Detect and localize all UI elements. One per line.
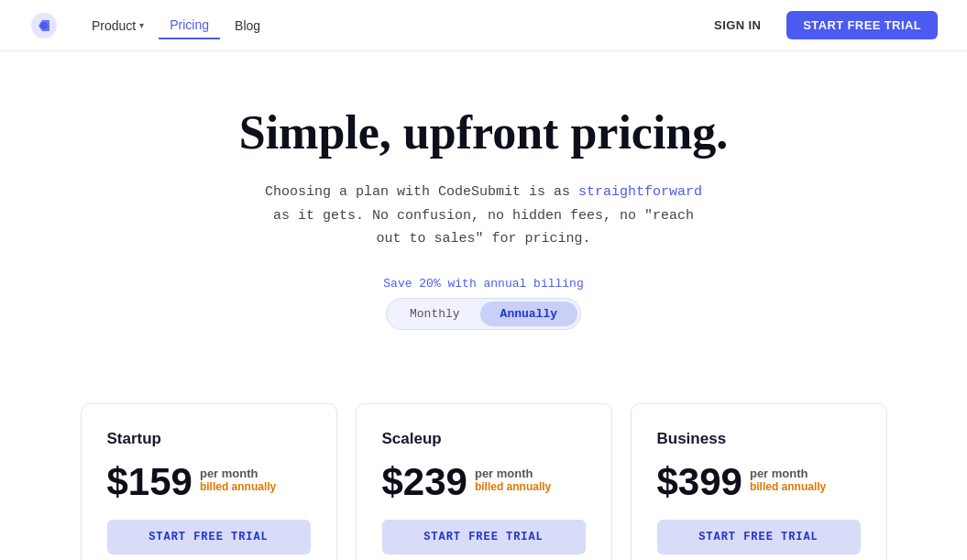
startup-plan-name: Startup xyxy=(107,430,311,448)
pricing-cards: Startup $159 per month billed annually S… xyxy=(0,403,967,560)
nav-product[interactable]: Product ▾ xyxy=(81,13,155,38)
scaleup-price: $239 xyxy=(382,463,467,501)
scaleup-plan-name: Scaleup xyxy=(382,430,586,448)
nav-blog[interactable]: Blog xyxy=(224,13,271,38)
startup-billed: billed annually xyxy=(200,480,276,493)
chevron-down-icon: ▾ xyxy=(139,20,144,30)
nav-pricing[interactable]: Pricing xyxy=(159,12,220,39)
page-title: Simple, upfront pricing. xyxy=(29,106,938,159)
startup-card: Startup $159 per month billed annually S… xyxy=(81,403,337,560)
nav-right: SIGN IN START FREE TRIAL xyxy=(699,11,938,39)
billing-toggle: Monthly Annually xyxy=(386,298,581,330)
startup-cta-button[interactable]: START FREE TRIAL xyxy=(107,520,311,555)
business-cta-button[interactable]: START FREE TRIAL xyxy=(657,520,861,555)
scaleup-per-month: per month xyxy=(475,467,551,480)
annually-toggle[interactable]: Annually xyxy=(480,302,577,326)
startup-price: $159 xyxy=(107,463,192,501)
hero-section: Simple, upfront pricing. Choosing a plan… xyxy=(0,51,967,403)
save-badge: Save 20% with annual billing xyxy=(383,277,583,291)
business-billed: billed annually xyxy=(750,480,826,493)
scaleup-price-row: $239 per month billed annually xyxy=(382,463,586,501)
sign-in-button[interactable]: SIGN IN xyxy=(699,11,775,39)
nav-links: Product ▾ Pricing Blog xyxy=(81,12,699,39)
startup-price-row: $159 per month billed annually xyxy=(107,463,311,501)
logo[interactable] xyxy=(29,11,59,40)
scaleup-card: Scaleup $239 per month billed annually S… xyxy=(356,403,612,560)
nav-start-trial-button[interactable]: START FREE TRIAL xyxy=(786,11,938,39)
business-per-month: per month xyxy=(750,467,826,480)
highlight-text: straightforward xyxy=(578,184,702,200)
scaleup-cta-button[interactable]: START FREE TRIAL xyxy=(382,520,586,555)
scaleup-billed: billed annually xyxy=(475,480,551,493)
monthly-toggle[interactable]: Monthly xyxy=(390,302,480,326)
svg-point-1 xyxy=(40,22,48,29)
hero-description: Choosing a plan with CodeSubmit is as st… xyxy=(264,181,704,251)
navbar: Product ▾ Pricing Blog SIGN IN START FRE… xyxy=(0,0,967,51)
startup-per-month: per month xyxy=(200,467,276,480)
business-price: $399 xyxy=(657,463,742,501)
business-price-row: $399 per month billed annually xyxy=(657,463,861,501)
billing-toggle-section: Save 20% with annual billing Monthly Ann… xyxy=(29,277,938,330)
business-card: Business $399 per month billed annually … xyxy=(631,403,887,560)
business-plan-name: Business xyxy=(657,430,861,448)
